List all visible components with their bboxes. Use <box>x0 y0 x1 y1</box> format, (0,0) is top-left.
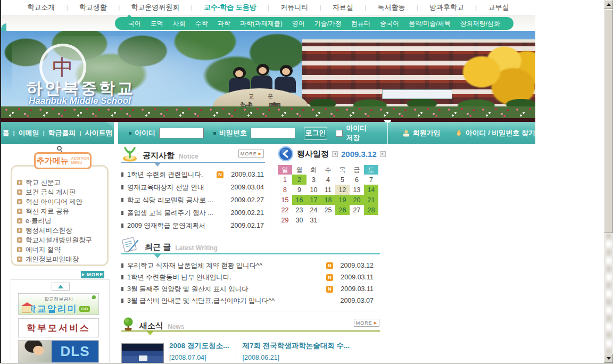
nav-item[interactable]: 교수-학습 도움방 <box>200 3 261 12</box>
subnav-item[interactable]: 수학 <box>190 19 213 28</box>
news-item-title[interactable]: 2008 경기도청소... <box>169 341 229 351</box>
subnav-item[interactable]: 음악/미술/체육 <box>404 19 455 28</box>
sidebar-menu-item[interactable]: 혁신 아이디어 제안 <box>17 197 107 206</box>
sidebar-menu-item[interactable]: 혁신 자료 공유 <box>17 206 107 216</box>
sidebar-menu-item[interactable]: 개인정보파일대장 <box>17 254 107 264</box>
calendar-day[interactable]: 6 <box>350 175 364 185</box>
calendar-day[interactable]: 12 <box>335 185 350 195</box>
subnav-item[interactable]: 창의재량/심화 <box>455 19 505 28</box>
scrollbar-up-button[interactable] <box>604 0 613 9</box>
quicklink[interactable]: 사이트맵 <box>85 128 113 138</box>
nav-item[interactable]: 자료실 <box>328 3 358 12</box>
calendar-day[interactable]: 25 <box>321 205 335 215</box>
latest-item[interactable]: 우리학교 식자재 납품업체 계약 현황 입니다^^ N 2009.03.12 <box>121 260 374 271</box>
calendar-day[interactable]: 28 <box>364 205 378 215</box>
nav-item[interactable]: 학교생활 <box>75 3 111 12</box>
calendar-day[interactable]: 8 <box>278 185 292 195</box>
calendar-day[interactable]: 9 <box>292 185 306 195</box>
collapse-button[interactable] <box>52 283 70 291</box>
nav-item[interactable]: 학교소개 <box>23 3 59 12</box>
news-item-title[interactable]: 제7회 전국학생과학논술대회 수... <box>243 341 350 351</box>
join-link[interactable]: 회원가입 <box>413 128 441 138</box>
calendar-day[interactable]: 14 <box>364 185 378 195</box>
scrollbar-thumb[interactable] <box>604 10 613 233</box>
calendar-next-button[interactable]: ▸ <box>380 151 386 157</box>
subnav-item[interactable]: 국어 <box>123 19 146 28</box>
notice-item[interactable]: 학교 식당 리모델링 공사로 ... N 2009.02.27 <box>121 194 264 206</box>
calendar-day[interactable]: 18 <box>321 195 335 205</box>
sidebar-more-button[interactable]: ▶MORE <box>81 271 104 278</box>
calendar-day[interactable]: 21 <box>364 195 378 205</box>
nav-item[interactable]: 독서활동 <box>373 3 409 12</box>
quicklink[interactable]: 이메일 <box>18 128 39 138</box>
calendar-day[interactable]: 26 <box>335 205 350 215</box>
notice-item-title: 1학년 수련회 관련입니다. <box>127 170 217 179</box>
calendar-day[interactable]: 3 <box>306 175 321 185</box>
password-input[interactable] <box>251 128 295 138</box>
news-item[interactable]: 2008 경기도청소... [2008.07.04] <box>169 339 229 364</box>
nav-item[interactable]: 교무실 <box>484 3 513 12</box>
sidebar-menu-item[interactable]: 행정서비스헌장 <box>17 226 107 235</box>
login-button[interactable]: 로그인 <box>304 127 327 140</box>
latest-item[interactable]: 3월 둘째주 영양량 및 원산지 표시 입니다 N 2009.03.11 <box>121 283 374 295</box>
calendar-day[interactable]: 5 <box>335 175 350 185</box>
news-more-button[interactable]: MORE▶ <box>354 319 379 327</box>
subnav-item[interactable]: 과학(과제제출) <box>235 19 287 28</box>
save-id-checkbox[interactable] <box>336 130 343 137</box>
calendar-day[interactable]: 17 <box>306 195 321 205</box>
calendar-day[interactable]: 11 <box>321 185 335 195</box>
news-divider <box>236 342 236 364</box>
parent-service-banner[interactable]: 학부모서비스 <box>18 318 99 337</box>
calendar-day[interactable]: 15 <box>278 195 292 205</box>
calendar-day[interactable]: 13 <box>350 185 364 195</box>
subnav-item[interactable]: 사회 <box>168 19 190 28</box>
quicklink[interactable]: 홈 <box>2 128 9 138</box>
find-id-password-link[interactable]: 아이디 / 비밀번호 찾기 <box>466 128 535 138</box>
notice-item[interactable]: 영재교육대상자 선발 안내 N 2009.03.04 <box>121 181 264 194</box>
subnav-item[interactable]: 기술/가정 <box>310 19 346 28</box>
scrollbar-down-button[interactable] <box>604 354 613 363</box>
subnav-item[interactable]: 컴퓨터 <box>346 19 375 28</box>
calendar-day[interactable]: 7 <box>364 175 378 185</box>
notice-item[interactable]: 1학년 수련회 관련입니다. N 2009.03.11 <box>121 168 264 181</box>
sidebar-menu-item[interactable]: 에너지 절약 <box>17 245 107 254</box>
subnav-item[interactable]: 도덕 <box>146 19 168 28</box>
calendar-day[interactable]: 19 <box>335 195 350 205</box>
notice-more-button[interactable]: MORE▶ <box>238 150 264 158</box>
calendar-prev-button[interactable]: ◂ <box>332 151 338 157</box>
news-thumbnail[interactable] <box>121 343 164 363</box>
sidebar-menu-item[interactable]: 보건 급식 게시판 <box>17 187 107 197</box>
subnav-item[interactable]: 중국어 <box>375 19 404 28</box>
calendar-day[interactable]: 27 <box>350 205 364 215</box>
school-alimi-banner[interactable]: 학교정보공시 학교알리미GO <box>18 293 99 315</box>
notice-item[interactable]: 졸업생 교복 물려주기 행사 ... N 2009.02.21 <box>121 206 264 219</box>
calendar-day[interactable]: 2 <box>292 175 306 185</box>
sidebar-menu-item[interactable]: e-클리닝 <box>17 216 107 226</box>
subnav-item[interactable]: 과학 <box>213 19 235 28</box>
sidebar-menu-item[interactable]: 학교 신문고 <box>17 178 107 187</box>
calendar-day[interactable]: 16 <box>292 195 306 205</box>
quicklink[interactable]: 학급홈피 <box>48 128 76 138</box>
id-input[interactable] <box>159 128 204 138</box>
nav-item[interactable]: 학교운영위원회 <box>127 3 184 12</box>
news-item[interactable]: 제7회 전국학생과학논술대회 수... [2008.06.21] <box>243 339 350 364</box>
calendar-day[interactable]: 30 <box>292 215 306 225</box>
dls-banner[interactable]: DLS <box>18 340 99 363</box>
sidebar-menu-item[interactable]: 학교시설개방민원창구 <box>17 235 107 245</box>
calendar-day[interactable]: 29 <box>278 215 292 225</box>
nav-item[interactable]: 방과후학교 <box>425 3 468 12</box>
calendar-day[interactable]: 24 <box>306 205 321 215</box>
calendar-day[interactable]: 20 <box>350 195 364 205</box>
latest-item[interactable]: 3월 급식비 안내문 및 식단표,급식이야기 입니다^^ N 2009.03.0… <box>121 295 374 307</box>
subnav-item[interactable]: 영어 <box>287 19 310 28</box>
calendar-day[interactable]: 1 <box>278 175 292 185</box>
calendar-day[interactable]: 31 <box>306 215 321 225</box>
sidebar-item-label: 에너지 절약 <box>26 245 61 254</box>
calendar-day[interactable]: 23 <box>292 205 306 215</box>
latest-item[interactable]: 1학년 수련활동비 납부 안내입니다. N 2009.03.11 <box>121 271 374 283</box>
calendar-day[interactable]: 4 <box>321 175 335 185</box>
calendar-day[interactable]: 22 <box>278 205 292 215</box>
notice-item[interactable]: 2009 영재학급 운영계획서 N 2009.02.17 <box>121 219 264 232</box>
calendar-day[interactable]: 10 <box>306 185 321 195</box>
nav-item[interactable]: 커뮤니티 <box>276 3 312 12</box>
